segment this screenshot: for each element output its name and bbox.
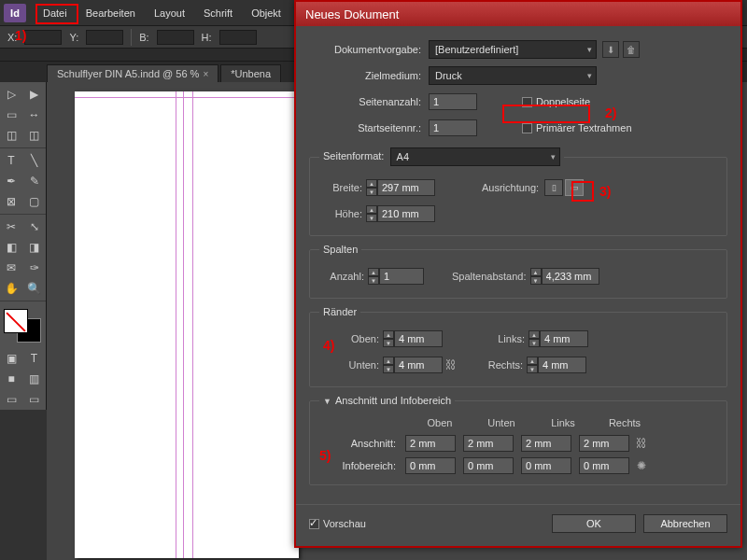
bleed-group: ▼Anschnitt und Infobereich Oben Unten Li… [309, 395, 727, 485]
apply-color-icon[interactable]: ■ [0, 369, 22, 389]
w-input[interactable] [157, 30, 194, 45]
fill-stroke-swatch[interactable] [2, 307, 43, 344]
menu-layout[interactable]: Layout [145, 4, 194, 22]
m-left-spinner[interactable]: ▲▼ [529, 330, 540, 347]
pencil-tool[interactable]: ✎ [23, 171, 46, 191]
app-logo: Id [4, 4, 26, 22]
rectangle-frame-tool[interactable]: ⊠ [0, 191, 22, 212]
m-right-spinner[interactable]: ▲▼ [527, 357, 538, 373]
bleed-top-input[interactable] [405, 435, 456, 452]
bleed-right-input[interactable] [579, 435, 629, 452]
gradient-swatch-tool[interactable]: ◧ [0, 237, 22, 258]
y-input[interactable] [86, 30, 123, 45]
width-input[interactable] [377, 179, 435, 196]
close-icon[interactable]: × [203, 69, 208, 79]
direct-selection-tool[interactable]: ▶ [23, 84, 46, 105]
content-collector-tool[interactable]: ◫ [0, 125, 22, 146]
gap-tool[interactable]: ↔ [23, 105, 46, 125]
bleed-link-icon[interactable]: ⛓ [633, 433, 650, 454]
pen-tool[interactable]: ✒ [0, 171, 22, 191]
annotation-label-3: 3) [599, 184, 611, 199]
cols-spinner[interactable]: ▲▼ [368, 268, 379, 285]
orientation-portrait-button[interactable]: ▯ [544, 179, 563, 196]
fill-swatch[interactable] [4, 309, 28, 333]
primary-frame-checkbox[interactable] [522, 123, 532, 133]
annotation-label-1: 1) [15, 28, 26, 43]
slug-right-input[interactable] [579, 457, 629, 474]
new-document-dialog: Neues Dokument Dokumentvorgabe: [Benutze… [294, 0, 742, 548]
col-right: Rechts [594, 417, 655, 428]
intent-select[interactable]: Druck [429, 66, 597, 85]
cols-input[interactable] [379, 268, 424, 285]
menu-datei[interactable]: Datei [34, 4, 77, 22]
formatting-container-icon[interactable]: ▣ [0, 348, 22, 369]
menu-objekt[interactable]: Objekt [242, 4, 290, 22]
menu-bearbeiten[interactable]: Bearbeiten [77, 4, 145, 22]
width-label: Breite: [319, 182, 366, 193]
pages-input[interactable] [429, 93, 477, 110]
note-tool[interactable]: ✉ [0, 258, 22, 278]
height-input[interactable] [377, 205, 435, 222]
facing-pages-checkbox[interactable] [522, 97, 532, 107]
line-tool[interactable]: ╲ [23, 150, 46, 171]
preview-view-icon[interactable]: ▭ [23, 389, 46, 410]
gutter-spinner[interactable]: ▲▼ [530, 268, 542, 285]
startpage-input[interactable] [429, 119, 477, 136]
m-bottom-spinner[interactable]: ▲▼ [383, 357, 394, 373]
height-spinner[interactable]: ▲▼ [366, 205, 377, 222]
m-left-input[interactable] [540, 330, 588, 347]
gutter-input[interactable] [542, 268, 599, 285]
pages-label: Seitenanzahl: [309, 96, 429, 107]
orientation-landscape-button[interactable]: ▭ [565, 179, 584, 196]
slug-bottom-input[interactable] [463, 457, 514, 474]
m-top-spinner[interactable]: ▲▼ [383, 330, 394, 347]
delete-preset-icon[interactable]: 🗑 [623, 41, 640, 58]
intent-value: Druck [435, 70, 462, 81]
preset-select[interactable]: [Benutzerdefiniert] [429, 40, 597, 59]
m-top-input[interactable] [394, 330, 443, 347]
zoom-tool[interactable]: 🔍 [23, 278, 46, 299]
h-input[interactable] [219, 30, 257, 45]
slug-label: Infobereich: [319, 460, 402, 471]
formatting-text-icon[interactable]: T [23, 348, 46, 369]
pagesize-value: A4 [397, 151, 409, 162]
page-tool[interactable]: ▭ [0, 105, 22, 125]
slug-left-input[interactable] [521, 457, 571, 474]
cancel-button[interactable]: Abbrechen [643, 514, 727, 533]
hand-tool[interactable]: ✋ [0, 278, 22, 299]
m-right-input[interactable] [538, 357, 586, 373]
doc-tab-1-label: Schulflyer DIN A5.indd @ 56 % [57, 68, 199, 79]
m-left-label: Links: [484, 333, 529, 344]
bleed-left-input[interactable] [521, 435, 571, 452]
guide-vertical [183, 91, 184, 558]
doc-tab-2[interactable]: *Unbena [220, 64, 281, 82]
slug-link-icon[interactable]: ✺ [633, 455, 650, 476]
content-placer-tool[interactable]: ◫ [23, 125, 46, 146]
preview-checkbox[interactable] [309, 519, 319, 529]
free-transform-tool[interactable]: ⤡ [23, 217, 46, 237]
eyedropper-tool[interactable]: ✑ [23, 258, 46, 278]
m-bottom-input[interactable] [394, 357, 443, 373]
x-input[interactable] [24, 30, 62, 45]
m-bottom-label: Unten: [319, 359, 383, 371]
gradient-feather-tool[interactable]: ◨ [23, 237, 46, 258]
rectangle-tool[interactable]: ▢ [23, 191, 46, 212]
slug-top-input[interactable] [405, 457, 456, 474]
bleed-bottom-input[interactable] [463, 435, 514, 452]
ok-button[interactable]: OK [552, 514, 636, 533]
scissors-tool[interactable]: ✂ [0, 217, 22, 237]
disclosure-icon[interactable]: ▼ [323, 397, 331, 406]
doc-tab-1[interactable]: Schulflyer DIN A5.indd @ 56 % × [47, 64, 218, 82]
bleed-label: Anschnitt: [319, 438, 402, 449]
type-tool[interactable]: T [0, 150, 22, 171]
selection-tool[interactable]: ▷ [0, 84, 22, 105]
normal-view-icon[interactable]: ▭ [0, 389, 22, 410]
save-preset-icon[interactable]: ⬇ [602, 41, 619, 58]
pagesize-select[interactable]: A4 [390, 147, 560, 166]
pagesize-group: Seitenformat: A4 Breite: ▲▼ Ausrichtung:… [309, 147, 727, 236]
menu-schrift[interactable]: Schrift [194, 4, 242, 22]
dialog-footer: Vorschau OK Abbrechen [296, 504, 740, 546]
apply-none-icon[interactable]: ▥ [23, 369, 46, 389]
width-spinner[interactable]: ▲▼ [366, 179, 377, 196]
margins-link-icon[interactable]: ⛓ [443, 355, 459, 375]
